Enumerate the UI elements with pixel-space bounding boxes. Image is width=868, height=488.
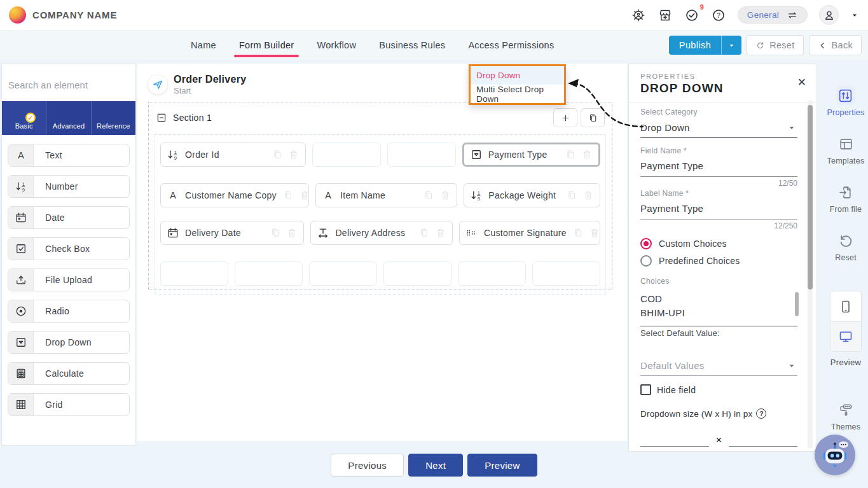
- delete-field-icon[interactable]: [439, 190, 451, 201]
- hide-field-checkbox-row[interactable]: Hide field: [640, 384, 797, 395]
- copy-field-icon[interactable]: [270, 227, 281, 239]
- marketplace-store-icon[interactable]: [658, 8, 673, 23]
- form-canvas: Order Delivery Start Section 1: [137, 64, 627, 441]
- size-help-icon[interactable]: ?: [756, 408, 766, 419]
- empty-drop-slot[interactable]: [309, 261, 377, 286]
- desktop-preview-button[interactable]: [830, 321, 861, 351]
- delete-field-icon[interactable]: [299, 190, 310, 201]
- element-search-input[interactable]: [8, 80, 129, 90]
- calculate-icon: [15, 367, 27, 380]
- palette-tab[interactable]: Advanced: [46, 101, 91, 135]
- rail-action[interactable]: Reset: [835, 231, 857, 262]
- form-field[interactable]: Customer Name Copy: [160, 183, 309, 207]
- choice-line: COD: [640, 292, 797, 306]
- palette-tab[interactable]: Reference: [92, 101, 135, 135]
- palette-element[interactable]: Number: [8, 175, 130, 198]
- palette-element[interactable]: Calculate: [8, 362, 130, 385]
- choices-textarea[interactable]: COD BHIM-UPI: [640, 292, 797, 326]
- form-field[interactable]: Customer Signature: [459, 221, 600, 245]
- back-label: Back: [832, 40, 853, 50]
- wizard-footer: Previous Next Preview: [0, 454, 868, 477]
- rail-action[interactable]: Templates: [827, 134, 865, 165]
- palette-element[interactable]: Check Box: [8, 237, 130, 260]
- field-name-input[interactable]: Payment Type: [640, 155, 797, 177]
- width-input[interactable]: [640, 435, 709, 447]
- form-field[interactable]: Payment Type: [462, 143, 600, 167]
- copy-field-icon[interactable]: [566, 190, 577, 201]
- builder-tab[interactable]: Workflow: [315, 32, 357, 59]
- dropdown-variant-option[interactable]: Drop Down: [471, 66, 564, 85]
- collapse-section-icon[interactable]: [156, 112, 167, 123]
- delete-field-icon[interactable]: [435, 227, 446, 239]
- empty-drop-slot[interactable]: [235, 261, 303, 286]
- form-field[interactable]: [312, 143, 381, 167]
- height-input[interactable]: [729, 435, 797, 447]
- next-button[interactable]: Next: [408, 454, 463, 477]
- panel-scrollbar-track[interactable]: [808, 100, 813, 449]
- palette-element[interactable]: Text: [8, 144, 130, 167]
- builder-tab[interactable]: Access Permissions: [467, 32, 555, 59]
- copy-field-icon[interactable]: [423, 190, 434, 201]
- rail-action[interactable]: Properties: [827, 86, 865, 117]
- profile-avatar[interactable]: [819, 5, 839, 25]
- default-values-dropdown[interactable]: Default Values: [640, 354, 797, 376]
- rail-action[interactable]: From file: [830, 183, 862, 214]
- empty-drop-slot[interactable]: [383, 261, 451, 286]
- back-button[interactable]: Back: [809, 35, 862, 55]
- copy-field-icon[interactable]: [565, 149, 576, 160]
- palette-element[interactable]: Date: [8, 206, 130, 229]
- empty-drop-slot[interactable]: [532, 261, 600, 286]
- palette-element[interactable]: Grid: [8, 393, 130, 416]
- palette-tab[interactable]: Basic ✓: [2, 101, 46, 135]
- choices-scrollbar[interactable]: [795, 292, 799, 316]
- delete-field-icon[interactable]: [286, 227, 298, 239]
- profile-caret-icon[interactable]: [850, 11, 859, 20]
- choice-mode-radio[interactable]: Predefined Choices: [640, 253, 797, 269]
- palette-element-label: Calculate: [34, 363, 84, 384]
- add-section-button[interactable]: [553, 108, 577, 127]
- form-field[interactable]: [387, 143, 456, 167]
- palette-element[interactable]: Radio: [8, 300, 130, 323]
- form-field[interactable]: Delivery Date: [160, 221, 304, 245]
- form-field[interactable]: Package Weight: [464, 183, 600, 207]
- delete-field-icon[interactable]: [589, 227, 600, 239]
- preview-button[interactable]: Preview: [467, 454, 537, 477]
- delete-field-icon[interactable]: [288, 149, 300, 160]
- copy-section-button[interactable]: [581, 108, 605, 127]
- choice-mode-radio[interactable]: Custom Choices: [640, 235, 797, 252]
- checkbox-icon[interactable]: [640, 384, 651, 395]
- delete-field-icon[interactable]: [582, 190, 594, 201]
- builder-tab[interactable]: Form Builder: [238, 32, 296, 59]
- tasks-check-icon[interactable]: 9: [684, 8, 699, 23]
- copy-field-icon[interactable]: [282, 190, 294, 201]
- copy-field-icon[interactable]: [572, 227, 584, 239]
- panel-scrollbar-thumb[interactable]: [808, 105, 813, 289]
- empty-drop-slot[interactable]: [160, 261, 228, 286]
- delete-field-icon[interactable]: [581, 149, 593, 160]
- themes-button[interactable]: Themes: [823, 400, 868, 431]
- help-icon[interactable]: [711, 8, 726, 23]
- form-field[interactable]: Order Id: [160, 143, 306, 167]
- caret-down-icon: [787, 123, 796, 132]
- select-category-dropdown[interactable]: Drop Down: [640, 116, 797, 138]
- mobile-preview-button[interactable]: [830, 291, 861, 321]
- builder-tab[interactable]: Business Rules: [378, 32, 446, 59]
- palette-element[interactable]: Drop Down: [8, 331, 130, 354]
- close-icon[interactable]: ✕: [797, 77, 806, 88]
- workspace-switcher[interactable]: General: [738, 6, 808, 24]
- dropdown-variant-option[interactable]: Multi Select Drop Down: [471, 85, 564, 103]
- palette-element[interactable]: File Upload: [8, 268, 130, 291]
- publish-button[interactable]: Publish: [669, 36, 741, 55]
- copy-field-icon[interactable]: [418, 227, 430, 239]
- chatbot-button[interactable]: [815, 435, 855, 475]
- empty-drop-slot[interactable]: [458, 261, 526, 286]
- label-name-input[interactable]: Payment Type: [640, 198, 797, 220]
- copy-field-icon[interactable]: [272, 149, 283, 160]
- publish-caret-icon[interactable]: [721, 36, 741, 55]
- admin-settings-gear-icon[interactable]: [631, 8, 646, 23]
- form-field[interactable]: Item Name: [315, 183, 457, 207]
- previous-button[interactable]: Previous: [331, 454, 404, 477]
- form-field[interactable]: Delivery Address: [310, 221, 453, 245]
- builder-tab[interactable]: Name: [189, 32, 217, 59]
- reset-button[interactable]: Reset: [747, 35, 803, 55]
